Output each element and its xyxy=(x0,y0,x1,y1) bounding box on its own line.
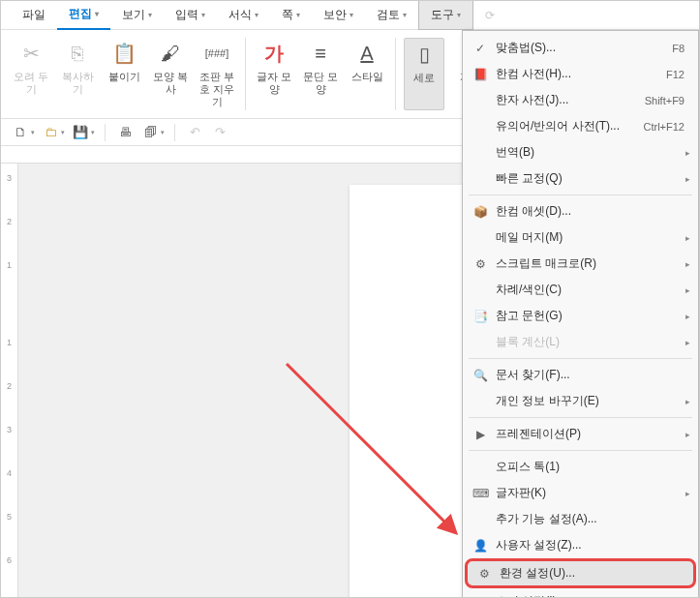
dropdown-item-label: 환경 설정(U)... xyxy=(500,565,686,582)
save-icon: 💾 xyxy=(71,123,90,142)
copy-icon: ⎘ xyxy=(64,40,91,67)
asset-icon: 📦 xyxy=(471,204,490,220)
char-shape-button[interactable]: 가 글자 모양 xyxy=(254,38,294,110)
dropdown-item-label: 한컴 사전(H)... xyxy=(496,66,666,82)
dropdown-item-label: 사용자 설정(Z)... xyxy=(496,537,690,553)
paste-button[interactable]: 📋 붙이기 xyxy=(104,38,144,110)
dropdown-item-24[interactable]: 스킨 설정(I)... xyxy=(463,588,698,598)
chevron-right-icon: ▸ xyxy=(685,397,690,406)
dropdown-item-label: 번역(B) xyxy=(496,144,685,161)
chevron-right-icon: ▸ xyxy=(685,430,690,439)
chevron-right-icon: ▸ xyxy=(685,148,690,158)
dropdown-item-label: 블록 계산(L) xyxy=(496,334,685,350)
erase-button[interactable]: [###] 조판 부호 지우기 xyxy=(197,38,237,110)
dropdown-item-23[interactable]: ⚙환경 설정(U)... xyxy=(467,560,694,586)
dropdown-item-label: 메일 머지(M) xyxy=(496,229,685,246)
blank-icon xyxy=(471,394,490,409)
chevron-right-icon: ▸ xyxy=(685,174,690,184)
scissors-icon: ✂ xyxy=(17,40,45,67)
menu-file[interactable]: 파일 xyxy=(11,1,57,29)
copy-button[interactable]: ⎘ 복사하기 xyxy=(57,38,98,110)
hash-icon: [###] xyxy=(203,40,230,67)
menu-review[interactable]: 검토▾ xyxy=(365,1,418,29)
para-shape-button[interactable]: ≡ 문단 모양 xyxy=(300,38,341,110)
dropdown-item-17[interactable]: ▶프레젠테이션(P)▸ xyxy=(463,421,698,447)
folder-icon: 🗀 xyxy=(41,123,60,142)
menu-sync-icon[interactable]: ⟳ xyxy=(473,3,506,28)
blank-icon xyxy=(471,335,490,350)
dropdown-item-1[interactable]: 📕한컴 사전(H)...F12 xyxy=(463,61,698,87)
spell-icon: ✓ xyxy=(471,41,490,56)
dropdown-item-label: 문서 찾기(F)... xyxy=(496,367,690,383)
keyboard-icon: ⌨ xyxy=(471,486,490,501)
new-doc-button[interactable]: 🗋▾ xyxy=(11,123,35,142)
dropdown-item-label: 글자판(K) xyxy=(496,485,685,501)
dropdown-item-21[interactable]: 추가 기능 설정(A)... xyxy=(463,506,698,532)
blank-icon xyxy=(471,283,490,298)
dropdown-item-3[interactable]: 유의어/반의어 사전(T)...Ctrl+F12 xyxy=(463,113,698,139)
dropdown-item-label: 맞춤법(S)... xyxy=(496,40,672,56)
dropdown-item-10[interactable]: 차례/색인(C)▸ xyxy=(463,277,698,303)
dropdown-item-label: 추가 기능 설정(A)... xyxy=(496,511,690,527)
dropdown-item-2[interactable]: 한자 사전(J)...Shift+F9 xyxy=(463,87,698,113)
dropdown-item-label: 개인 정보 바꾸기(E) xyxy=(496,393,685,409)
dropdown-item-0[interactable]: ✓맞춤법(S)...F8 xyxy=(463,35,698,61)
menu-page[interactable]: 쪽▾ xyxy=(270,1,312,29)
dropdown-item-14[interactable]: 🔍문서 찾기(F)... xyxy=(463,362,698,388)
shape-copy-button[interactable]: 🖌 모양 복사 xyxy=(150,38,191,110)
cut-button[interactable]: ✂ 오려 두기 xyxy=(11,38,51,110)
chevron-down-icon: ▾ xyxy=(95,10,99,18)
blank-icon xyxy=(471,594,490,599)
dict-icon: 📕 xyxy=(471,67,490,82)
dropdown-item-9[interactable]: ⚙스크립트 매크로(R)▸ xyxy=(463,251,698,277)
undo-button[interactable]: ↶ xyxy=(185,123,204,142)
blank-icon xyxy=(471,230,490,246)
paragraph-icon: ≡ xyxy=(307,40,334,67)
blank-icon xyxy=(471,145,490,161)
menu-edit[interactable]: 편집▾ xyxy=(57,0,110,30)
find-icon: 🔍 xyxy=(471,368,490,383)
dropdown-item-label: 유의어/반의어 사전(T)... xyxy=(496,118,644,135)
print-preview-button[interactable]: 🗐▾ xyxy=(140,123,165,142)
dropdown-item-15[interactable]: 개인 정보 바꾸기(E)▸ xyxy=(463,388,698,414)
vertical-page-icon: ▯ xyxy=(411,41,438,68)
dropdown-item-4[interactable]: 번역(B)▸ xyxy=(463,139,698,165)
dropdown-item-label: 빠른 교정(Q) xyxy=(496,170,685,187)
menu-input[interactable]: 입력▾ xyxy=(164,1,217,29)
vertical-ruler[interactable]: 3 2 1 1 2 3 4 5 6 7 xyxy=(1,164,18,598)
redo-button[interactable]: ↷ xyxy=(210,123,229,142)
dropdown-item-20[interactable]: ⌨글자판(K)▸ xyxy=(463,480,698,506)
menubar: 파일 편집▾ 보기▾ 입력▾ 서식▾ 쪽▾ 보안▾ 검토▾ 도구▾ ⟳ xyxy=(1,1,699,30)
menu-view[interactable]: 보기▾ xyxy=(110,1,164,29)
dropdown-item-label: 차례/색인(C) xyxy=(496,282,685,298)
save-button[interactable]: 💾▾ xyxy=(71,123,95,142)
menu-tools[interactable]: 도구▾ xyxy=(418,0,473,30)
user-icon: 👤 xyxy=(471,538,490,553)
present-icon: ▶ xyxy=(471,427,490,442)
open-button[interactable]: 🗀▾ xyxy=(41,123,65,142)
dropdown-item-22[interactable]: 👤사용자 설정(Z)... xyxy=(463,532,698,558)
style-button[interactable]: A 스타일 xyxy=(347,38,387,110)
menu-format[interactable]: 서식▾ xyxy=(217,1,270,29)
style-icon: A xyxy=(353,40,380,67)
blank-icon xyxy=(471,460,490,475)
dropdown-item-label: 참고 문헌(G) xyxy=(496,308,685,324)
chevron-right-icon: ▸ xyxy=(685,259,690,269)
print-button[interactable]: 🖶 xyxy=(115,123,135,142)
dropdown-item-19[interactable]: 오피스 톡(1) xyxy=(463,454,698,480)
paste-icon: 📋 xyxy=(110,40,137,67)
blank-icon xyxy=(471,171,490,187)
dropdown-item-label: 프레젠테이션(P) xyxy=(496,426,685,442)
dropdown-item-8[interactable]: 메일 머지(M)▸ xyxy=(463,224,698,251)
dropdown-item-label: 스킨 설정(I)... xyxy=(496,593,690,598)
dropdown-item-5[interactable]: 빠른 교정(Q)▸ xyxy=(463,165,698,192)
chevron-right-icon: ▸ xyxy=(685,285,690,295)
vertical-button[interactable]: ▯ 세로 xyxy=(404,38,444,110)
dropdown-item-11[interactable]: 📑참고 문헌(G)▸ xyxy=(463,303,698,329)
dropdown-item-label: 한컴 애셋(D)... xyxy=(496,203,690,220)
menu-security[interactable]: 보안▾ xyxy=(312,1,365,29)
dropdown-item-7[interactable]: 📦한컴 애셋(D)... xyxy=(463,198,698,224)
eyedropper-icon: 🖌 xyxy=(157,40,184,67)
dropdown-item-12: 블록 계산(L)▸ xyxy=(463,329,698,355)
dropdown-item-label: 오피스 톡(1) xyxy=(496,459,690,475)
